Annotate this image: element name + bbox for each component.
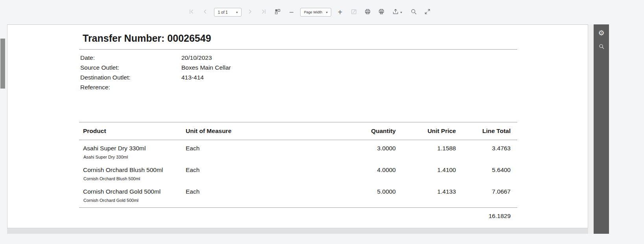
- meta-row: Source Outlet: Boxes Main Cellar: [80, 63, 231, 72]
- printer-page-icon: [378, 8, 385, 17]
- column-header: Line Total: [456, 128, 517, 135]
- multi-page-view-button[interactable]: [273, 7, 283, 17]
- cell-uom: Each: [182, 145, 280, 152]
- first-page-button[interactable]: [186, 7, 197, 17]
- plus-icon: +: [338, 8, 342, 16]
- search-button[interactable]: [408, 7, 419, 17]
- meta-value: Boxes Main Cellar: [181, 64, 231, 71]
- cell-quantity: 4.0000: [280, 166, 396, 174]
- report-meta: Date: 20/10/2023 Source Outlet: Boxes Ma…: [80, 53, 231, 92]
- cell-uom: Each: [182, 166, 280, 174]
- column-header: Unit Price: [396, 128, 456, 135]
- export-button[interactable]: ▼: [390, 7, 405, 17]
- cell-product: Asahi Super Dry 330ml: [79, 145, 182, 152]
- print-page-setup-button[interactable]: [376, 7, 386, 17]
- chevron-down-icon: ▼: [325, 11, 328, 14]
- edit-parameters-button[interactable]: [349, 7, 359, 17]
- gear-icon: ⚙: [598, 30, 604, 37]
- viewer-toolbar: 1 of 1 ▼ − Pag: [0, 0, 644, 24]
- column-header: Product: [79, 128, 182, 135]
- chevron-right-icon: [247, 8, 253, 17]
- chevron-down-icon: ▼: [236, 11, 238, 14]
- search-icon: [410, 8, 417, 17]
- page-number-value: 1 of 1: [218, 10, 228, 15]
- meta-label: Destination Outlet:: [80, 74, 181, 81]
- previous-page-button[interactable]: [200, 7, 210, 17]
- cell-product-subtext: Asahi Super Dry 330ml: [79, 152, 517, 162]
- cell-unit-price: 1.1588: [396, 145, 456, 152]
- table-row: Cornish Orchard Gold 500ml Each 5.0000 1…: [79, 183, 517, 205]
- horizontal-scrollbar[interactable]: [7, 228, 588, 234]
- meta-label: Source Outlet:: [80, 64, 181, 71]
- table-total-row: 16.1829: [79, 208, 517, 220]
- cell-quantity: 3.0000: [280, 145, 396, 152]
- chevron-down-icon: ▼: [400, 11, 402, 14]
- divider: [79, 49, 517, 50]
- cell-unit-price: 1.4100: [396, 166, 456, 174]
- last-page-icon: [260, 8, 267, 17]
- zoom-out-button[interactable]: −: [286, 7, 297, 17]
- export-upload-icon: [392, 8, 399, 17]
- grand-total-value: 16.1829: [456, 213, 517, 220]
- fullscreen-expand-icon: [424, 8, 431, 17]
- meta-value: 413-414: [181, 74, 204, 81]
- meta-label: Reference:: [80, 84, 181, 91]
- document-search-button[interactable]: [596, 42, 607, 53]
- cell-product-subtext: Cornish Orchard Gold 500ml: [79, 195, 517, 205]
- print-button[interactable]: [362, 7, 373, 17]
- meta-row: Reference:: [80, 82, 231, 92]
- report-viewer: 1 of 1 ▼ − Pag: [0, 0, 644, 244]
- last-page-button[interactable]: [259, 7, 269, 17]
- cell-unit-price: 1.4133: [396, 188, 456, 195]
- next-page-button[interactable]: [245, 7, 255, 17]
- cell-product-subtext: Cornish Orchard Blush 500ml: [79, 174, 517, 183]
- cell-product: Cornish Orchard Blush 500ml: [79, 166, 182, 174]
- column-header: Unit of Measure: [182, 128, 280, 135]
- table-row: Cornish Orchard Blush 500ml Each 4.0000 …: [79, 162, 517, 183]
- vertical-scrollbar-thumb[interactable]: [0, 39, 5, 89]
- viewer-side-panel: ⚙: [594, 24, 609, 234]
- multi-page-icon: [274, 8, 281, 17]
- page-number-select[interactable]: 1 of 1 ▼: [214, 8, 242, 17]
- settings-button[interactable]: ⚙: [596, 28, 607, 39]
- cell-line-total: 7.0667: [456, 188, 517, 195]
- edit-pencil-icon: [351, 8, 357, 17]
- line-items-table: Product Unit of Measure Quantity Unit Pr…: [79, 122, 517, 220]
- cell-line-total: 5.6400: [456, 166, 517, 174]
- meta-label: Date:: [80, 54, 181, 61]
- table-row: Asahi Super Dry 330ml Each 3.0000 1.1588…: [79, 140, 517, 162]
- search-icon: [598, 43, 605, 51]
- meta-value: 20/10/2023: [181, 54, 212, 61]
- column-header: Quantity: [280, 128, 396, 135]
- minus-icon: −: [289, 8, 294, 16]
- table-header-row: Product Unit of Measure Quantity Unit Pr…: [79, 122, 517, 140]
- zoom-in-button[interactable]: +: [335, 7, 345, 17]
- fullscreen-button[interactable]: [422, 7, 432, 17]
- meta-row: Date: 20/10/2023: [80, 53, 231, 63]
- report-title: Transfer Number: 00026549: [83, 33, 211, 44]
- cell-quantity: 5.0000: [280, 188, 396, 195]
- first-page-icon: [188, 8, 195, 17]
- meta-row: Destination Outlet: 413-414: [80, 72, 231, 82]
- printer-icon: [364, 8, 371, 17]
- cell-product: Cornish Orchard Gold 500ml: [79, 188, 182, 195]
- vertical-scrollbar[interactable]: [588, 24, 594, 234]
- zoom-value: Page Width: [304, 10, 323, 14]
- zoom-select[interactable]: Page Width ▼: [300, 8, 331, 17]
- document-page: Transfer Number: 00026549 Date: 20/10/20…: [7, 24, 588, 228]
- chevron-left-icon: [202, 8, 209, 17]
- cell-uom: Each: [182, 188, 280, 195]
- cell-line-total: 3.4763: [456, 145, 517, 152]
